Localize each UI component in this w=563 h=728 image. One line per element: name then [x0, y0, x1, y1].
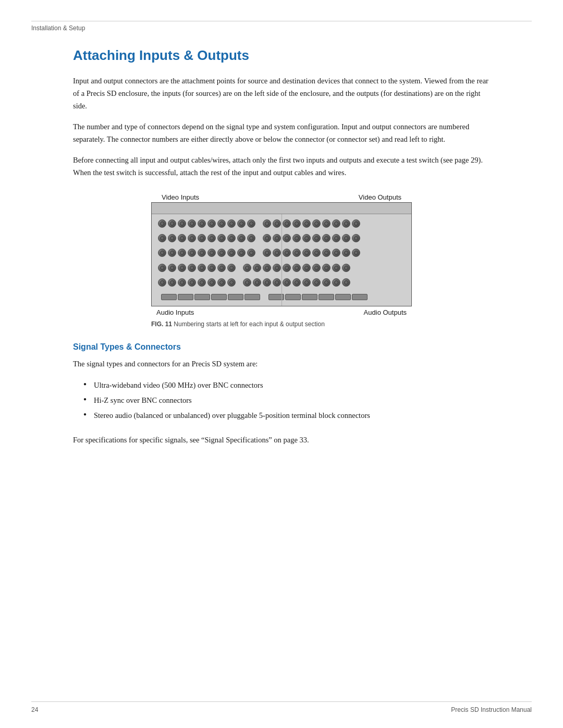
connector — [273, 249, 281, 257]
terminal-block — [352, 294, 368, 300]
connector — [263, 234, 271, 242]
figure-caption-text: Numbering starts at left for each input … — [172, 320, 325, 328]
connector — [332, 219, 340, 228]
connector — [158, 264, 166, 272]
section-intro: The signal types and connectors for an P… — [73, 358, 490, 371]
connector — [273, 278, 281, 287]
connector — [178, 219, 186, 228]
connector — [292, 278, 301, 287]
connector — [332, 249, 340, 257]
connector — [217, 278, 226, 287]
device-body — [152, 214, 411, 306]
connector — [247, 249, 255, 257]
connector — [302, 278, 311, 287]
connector — [207, 234, 216, 242]
connector — [273, 219, 281, 228]
bullet-item-3: Stereo audio (balanced or unbalanced) ov… — [83, 409, 490, 422]
header-rule — [31, 21, 532, 21]
connector — [158, 234, 166, 242]
mid-divider — [282, 214, 282, 306]
footer-page-number: 24 — [31, 706, 38, 713]
connector — [302, 219, 311, 228]
connector — [237, 234, 246, 242]
device-image — [151, 202, 412, 306]
connector — [283, 219, 291, 228]
connector — [342, 234, 350, 242]
audio-inputs-label: Audio Inputs — [156, 309, 194, 316]
connector — [217, 219, 226, 228]
connector — [322, 264, 331, 272]
connector — [198, 278, 206, 287]
content-area: Attaching Inputs & Outputs Input and out… — [31, 47, 532, 447]
connector — [312, 234, 321, 242]
closing-text: For specifications for specific signals,… — [73, 434, 490, 447]
connector — [168, 264, 176, 272]
connector — [178, 249, 186, 257]
connector — [263, 278, 271, 287]
connector — [207, 264, 216, 272]
connector — [178, 264, 186, 272]
connector — [322, 219, 331, 228]
connector — [207, 249, 216, 257]
connector — [198, 264, 206, 272]
connector — [352, 234, 360, 242]
page-container: Installation & Setup Attaching Inputs & … — [0, 0, 563, 728]
connector — [217, 264, 226, 272]
connector — [237, 219, 246, 228]
connector — [178, 278, 186, 287]
connector — [168, 278, 176, 287]
connector — [292, 264, 301, 272]
connector — [263, 264, 271, 272]
footer-manual-title: Precis SD Instruction Manual — [451, 706, 532, 713]
audio-outputs-label: Audio Outputs — [364, 309, 407, 316]
connector — [302, 234, 311, 242]
terminal-block — [319, 294, 334, 300]
connector — [168, 219, 176, 228]
connector — [237, 249, 246, 257]
figure-labels-top: Video Inputs Video Outputs — [151, 193, 412, 201]
connector — [198, 234, 206, 242]
connector — [302, 249, 311, 257]
connector — [227, 278, 236, 287]
connector — [352, 219, 360, 228]
figure-labels-bottom: Audio Inputs Audio Outputs — [151, 309, 412, 316]
connector — [227, 249, 236, 257]
connector — [292, 219, 301, 228]
terminal-block — [335, 294, 351, 300]
connector — [263, 249, 271, 257]
terminal-block — [161, 294, 177, 300]
connector — [312, 249, 321, 257]
connector — [253, 264, 261, 272]
connector — [158, 249, 166, 257]
connector — [158, 219, 166, 228]
connector — [247, 219, 255, 228]
terminal-gap — [261, 294, 267, 300]
connector — [243, 264, 251, 272]
connector — [312, 219, 321, 228]
breadcrumb: Installation & Setup — [31, 24, 532, 32]
device-top-panel — [152, 203, 411, 214]
terminal-block — [178, 294, 193, 300]
terminal-block — [211, 294, 227, 300]
terminal-block — [228, 294, 243, 300]
connector — [188, 278, 196, 287]
figure-container: Video Inputs Video Outputs — [73, 193, 490, 328]
bullet-item-2: Hi-Z sync over BNC connectors — [83, 394, 490, 407]
bullet-item-1: Ultra-wideband video (500 MHz) over BNC … — [83, 379, 490, 392]
connector — [188, 219, 196, 228]
connector — [332, 278, 340, 287]
connector — [322, 234, 331, 242]
footer: 24 Precis SD Instruction Manual — [31, 706, 532, 713]
connector — [342, 264, 350, 272]
connector — [332, 234, 340, 242]
footer-rule — [31, 701, 532, 702]
connector — [217, 249, 226, 257]
connector — [178, 234, 186, 242]
terminal-block — [244, 294, 260, 300]
connector — [227, 234, 236, 242]
terminal-block — [285, 294, 301, 300]
connector — [302, 264, 311, 272]
page-title: Attaching Inputs & Outputs — [73, 47, 490, 64]
connector — [352, 249, 360, 257]
connector — [243, 278, 251, 287]
